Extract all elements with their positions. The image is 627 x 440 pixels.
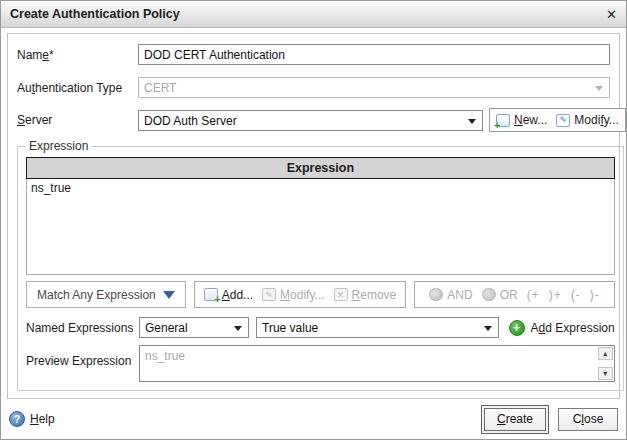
or-operator-button: OR [482, 288, 518, 302]
category-value: General [145, 321, 188, 335]
new-button-label: New... [514, 113, 547, 127]
name-label: Name* [17, 48, 138, 62]
dialog-footer: ? Help Create Close [1, 399, 626, 439]
server-dropdown[interactable]: DOD Auth Server [138, 110, 483, 131]
authentication-type-row: Authentication Type CERT [17, 77, 610, 98]
remove-icon: ✕ [334, 288, 348, 301]
match-any-expression-label: Match Any Expression [37, 288, 156, 302]
edit-button-group: + Add... ✎ Modify... ✕ Remove [194, 281, 407, 308]
add-expression-icon[interactable]: + [509, 320, 525, 336]
expression-group: Expression Expression ns_true Match Any … [17, 139, 624, 391]
add-icon: + [204, 288, 218, 301]
remove-button: ✕ Remove [334, 288, 397, 302]
dropdown-arrow-icon [163, 291, 175, 299]
server-row: Server DOD Auth Server + New... ✎ Modify… [17, 108, 610, 132]
dialog-titlebar: Create Authentication Policy ✕ [1, 1, 626, 28]
new-icon: + [496, 114, 510, 127]
name-input[interactable] [138, 44, 610, 65]
close-paren-plus-button: )+ [549, 288, 562, 302]
expression-table: Expression ns_true [26, 157, 615, 275]
dialog-content-panel: Name* Authentication Type CERT Server DO… [7, 33, 620, 399]
server-value: DOD Auth Server [144, 114, 237, 128]
pencil-icon: ✎ [262, 288, 276, 301]
modify-server-button[interactable]: ✎ Modify... [556, 113, 618, 127]
open-paren-plus-button: (+ [527, 288, 540, 302]
expression-group-label: Expression [26, 139, 91, 153]
named-expressions-category-dropdown[interactable]: General [139, 317, 249, 338]
chevron-down-icon [234, 326, 242, 331]
modify-button: ✎ Modify... [262, 288, 324, 302]
help-link[interactable]: ? Help [9, 411, 55, 427]
pencil-icon: ✎ [556, 114, 570, 127]
scroll-up-icon[interactable]: ▲ [598, 347, 613, 360]
operator-button-group: AND OR (+ )+ (- )- [414, 281, 614, 308]
modify-button-label: Modify... [574, 113, 618, 127]
toggle-icon [429, 288, 443, 301]
new-server-button[interactable]: + New... [496, 113, 547, 127]
footer-buttons: Create Close [481, 405, 618, 434]
scroll-down-icon[interactable]: ▼ [598, 367, 613, 380]
chevron-down-icon [595, 86, 603, 91]
name-row: Name* [17, 44, 610, 65]
preview-expression-field[interactable]: ns_true ▲ ▼ [139, 345, 615, 382]
add-expression-button[interactable]: Add Expression [531, 321, 615, 335]
dialog-title: Create Authentication Policy [10, 7, 180, 21]
help-icon: ? [9, 411, 25, 427]
named-expression-value: True value [262, 321, 318, 335]
expression-toolbar: Match Any Expression + Add... ✎ Modify..… [26, 281, 615, 308]
chevron-down-icon [468, 119, 476, 124]
preview-expression-value: ns_true [145, 349, 185, 363]
open-paren-minus-button: (- [571, 288, 581, 302]
create-authentication-policy-dialog: Create Authentication Policy ✕ Name* Aut… [0, 0, 627, 440]
preview-expression-row: Preview Expression ns_true ▲ ▼ [26, 345, 615, 382]
toggle-icon [482, 288, 496, 301]
close-icon[interactable]: ✕ [606, 7, 617, 22]
create-button-focus-ring: Create [481, 405, 549, 434]
add-button[interactable]: + Add... [204, 288, 253, 302]
chevron-down-icon [484, 326, 492, 331]
expression-cell[interactable]: ns_true [27, 179, 615, 275]
authentication-type-value: CERT [144, 81, 176, 95]
preview-expression-label: Preview Expression [26, 345, 139, 368]
close-paren-minus-button: )- [590, 288, 600, 302]
authentication-type-dropdown: CERT [138, 77, 610, 98]
match-any-expression-button[interactable]: Match Any Expression [26, 281, 186, 308]
named-expressions-value-dropdown[interactable]: True value [256, 317, 499, 338]
remove-button-label: Remove [352, 288, 397, 302]
authentication-type-label: Authentication Type [17, 81, 138, 95]
named-expressions-row: Named Expressions General True value + A… [26, 317, 615, 338]
table-row[interactable]: ns_true [27, 179, 615, 275]
close-button[interactable]: Close [558, 408, 618, 431]
named-expressions-label: Named Expressions [26, 321, 139, 335]
server-label: Server [17, 113, 138, 127]
create-button[interactable]: Create [484, 408, 546, 431]
modify-button-label: Modify... [280, 288, 324, 302]
preview-scrollbar[interactable]: ▲ ▼ [598, 347, 613, 380]
add-button-label: Add... [222, 288, 253, 302]
server-button-group: + New... ✎ Modify... [489, 108, 626, 132]
expression-column-header: Expression [27, 158, 615, 179]
help-label: Help [30, 412, 55, 426]
and-label: AND [447, 288, 472, 302]
or-label: OR [500, 288, 518, 302]
and-operator-button: AND [429, 288, 472, 302]
